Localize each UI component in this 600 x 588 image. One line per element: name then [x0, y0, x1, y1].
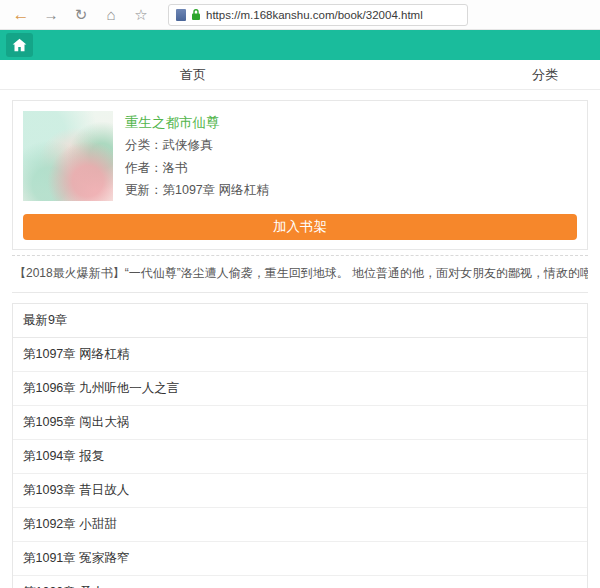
book-title: 重生之都市仙尊	[125, 112, 269, 134]
book-card: 重生之都市仙尊 分类：武侠修真 作者：洛书 更新：第1097章 网络杠精 加入书…	[12, 100, 588, 250]
book-description: 【2018最火爆新书】“一代仙尊”洛尘遭人偷袭，重生回到地球。 地位普通的他，面…	[12, 255, 588, 293]
book-cover-image[interactable]	[23, 111, 113, 201]
house-icon	[12, 38, 27, 52]
book-category: 分类：武侠修真	[125, 134, 269, 157]
chapter-link[interactable]: 第1091章 冤家路窄	[13, 542, 587, 576]
book-summary: 重生之都市仙尊 分类：武侠修真 作者：洛书 更新：第1097章 网络杠精	[23, 111, 577, 202]
https-lock-icon	[191, 8, 201, 21]
url-text[interactable]: https://m.168kanshu.com/book/32004.html	[206, 9, 423, 21]
chapter-link[interactable]: 第1094章 报复	[13, 440, 587, 474]
nav-category-link[interactable]: 分类	[532, 60, 558, 90]
chapter-link[interactable]: 第1093章 昔日故人	[13, 474, 587, 508]
address-bar[interactable]: https://m.168kanshu.com/book/32004.html	[168, 4, 468, 26]
site-nav: 首页 分类	[0, 60, 600, 90]
chapter-link[interactable]: 第1090章 圣人	[13, 576, 587, 588]
chapter-link[interactable]: 第1097章 网络杠精	[13, 338, 587, 372]
add-to-shelf-button[interactable]: 加入书架	[23, 214, 577, 240]
chapter-link[interactable]: 第1096章 九州听他一人之言	[13, 372, 587, 406]
browser-home-icon[interactable]: ⌂	[96, 0, 126, 30]
chapter-link[interactable]: 第1095章 闯出大祸	[13, 406, 587, 440]
site-home-button[interactable]	[6, 33, 33, 57]
forward-icon[interactable]: →	[36, 0, 66, 30]
book-latest-update[interactable]: 更新：第1097章 网络杠精	[125, 179, 269, 202]
bookmark-star-icon[interactable]: ☆	[126, 0, 156, 30]
site-favicon-icon	[176, 9, 186, 21]
book-info: 重生之都市仙尊 分类：武侠修真 作者：洛书 更新：第1097章 网络杠精	[125, 111, 269, 202]
refresh-icon[interactable]: ↻	[66, 0, 96, 30]
nav-home-link[interactable]: 首页	[180, 60, 206, 90]
chapter-list-header: 最新9章	[13, 304, 587, 338]
book-author: 作者：洛书	[125, 157, 269, 180]
chapter-list-panel: 最新9章 第1097章 网络杠精 第1096章 九州听他一人之言 第1095章 …	[12, 303, 588, 588]
browser-toolbar: ← → ↻ ⌂ ☆ https://m.168kanshu.com/book/3…	[0, 0, 600, 30]
chapter-link[interactable]: 第1092章 小甜甜	[13, 508, 587, 542]
site-header	[0, 30, 600, 60]
back-icon[interactable]: ←	[6, 0, 36, 30]
